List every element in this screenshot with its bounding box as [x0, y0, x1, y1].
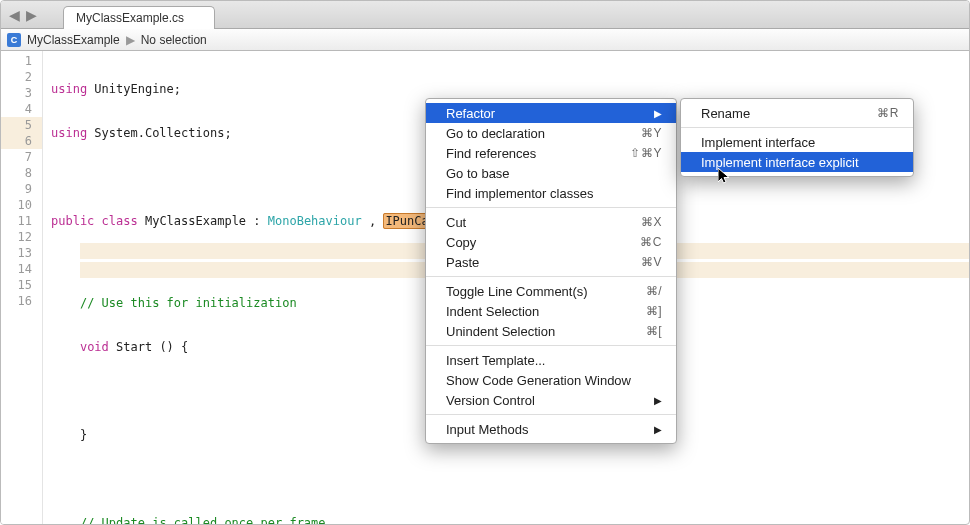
nav-forward-icon[interactable]: ▶: [26, 7, 37, 23]
menu-item-label: Insert Template...: [446, 353, 545, 368]
line-number: 3: [1, 85, 42, 101]
chevron-right-icon: ▶: [126, 33, 135, 47]
menu-item[interactable]: Rename⌘R: [681, 103, 913, 123]
menu-item-label: Go to base: [446, 166, 510, 181]
line-number: 4: [1, 101, 42, 117]
keyword: public: [51, 214, 94, 228]
menu-item-label: Indent Selection: [446, 304, 539, 319]
line-number: 10: [1, 197, 42, 213]
menu-item[interactable]: Go to base: [426, 163, 676, 183]
line-number: 14: [1, 261, 42, 277]
menu-separator: [426, 345, 676, 346]
code-text: Start () {: [109, 340, 188, 354]
menu-item-label: Implement interface: [701, 135, 815, 150]
menu-item[interactable]: Version Control▶: [426, 390, 676, 410]
menu-item[interactable]: Unindent Selection⌘[: [426, 321, 676, 341]
menu-item-label: Refactor: [446, 106, 495, 121]
context-menu[interactable]: Refactor▶Go to declaration⌘YFind referen…: [425, 98, 677, 444]
breadcrumb: C MyClassExample ▶ No selection: [1, 29, 969, 51]
code-text: UnityEngine;: [87, 82, 181, 96]
menu-item[interactable]: Go to declaration⌘Y: [426, 123, 676, 143]
comment: // Use this for initialization: [80, 296, 297, 310]
menu-item[interactable]: Input Methods▶: [426, 419, 676, 439]
submenu-arrow-icon: ▶: [654, 395, 662, 406]
line-number: 11: [1, 213, 42, 229]
line-number: 7: [1, 149, 42, 165]
menu-item[interactable]: Insert Template...: [426, 350, 676, 370]
menu-separator: [426, 207, 676, 208]
menu-item[interactable]: Paste⌘V: [426, 252, 676, 272]
breadcrumb-file[interactable]: MyClassExample: [27, 33, 120, 47]
line-number: 1: [1, 53, 42, 69]
menu-item-label: Implement interface explicit: [701, 155, 859, 170]
menu-item-label: Unindent Selection: [446, 324, 555, 339]
line-gutter: 12345678910111213141516: [1, 51, 43, 524]
code-text: System.Collections;: [87, 126, 232, 140]
menu-item-label: Show Code Generation Window: [446, 373, 631, 388]
breadcrumb-selection[interactable]: No selection: [141, 33, 207, 47]
menu-shortcut: ⌘R: [877, 106, 899, 120]
csharp-file-icon: C: [7, 33, 21, 47]
menu-item-label: Find implementor classes: [446, 186, 593, 201]
menu-shortcut: ⌘V: [641, 255, 662, 269]
tab-bar: ◀ ▶ MyClassExample.cs: [1, 1, 969, 29]
menu-item-label: Cut: [446, 215, 466, 230]
menu-item-label: Paste: [446, 255, 479, 270]
submenu-arrow-icon: ▶: [654, 424, 662, 435]
menu-item[interactable]: Show Code Generation Window: [426, 370, 676, 390]
file-tab[interactable]: MyClassExample.cs: [63, 6, 215, 29]
line-number: 5: [1, 117, 42, 133]
menu-item[interactable]: Refactor▶: [426, 103, 676, 123]
menu-shortcut: ⌘Y: [641, 126, 662, 140]
nav-arrows: ◀ ▶: [1, 1, 63, 28]
menu-shortcut: ⇧⌘Y: [630, 146, 662, 160]
menu-shortcut: ⌘[: [646, 324, 662, 338]
tab-title: MyClassExample.cs: [76, 11, 184, 25]
code-text: ,: [362, 214, 384, 228]
menu-item[interactable]: Implement interface explicit: [681, 152, 913, 172]
code-text: }: [80, 428, 87, 442]
menu-separator: [426, 276, 676, 277]
line-number: 9: [1, 181, 42, 197]
menu-item-label: Go to declaration: [446, 126, 545, 141]
line-number: 12: [1, 229, 42, 245]
menu-item[interactable]: Toggle Line Comment(s)⌘/: [426, 281, 676, 301]
menu-shortcut: ⌘X: [641, 215, 662, 229]
keyword: using: [51, 82, 87, 96]
menu-shortcut: ⌘/: [646, 284, 662, 298]
menu-item-label: Copy: [446, 235, 476, 250]
menu-separator: [426, 414, 676, 415]
menu-item-label: Find references: [446, 146, 536, 161]
menu-item[interactable]: Find implementor classes: [426, 183, 676, 203]
type-name: MonoBehaviour: [268, 214, 362, 228]
menu-item[interactable]: Find references⇧⌘Y: [426, 143, 676, 163]
line-number: 16: [1, 293, 42, 309]
menu-item[interactable]: Indent Selection⌘]: [426, 301, 676, 321]
menu-shortcut: ⌘]: [646, 304, 662, 318]
menu-item[interactable]: Cut⌘X: [426, 212, 676, 232]
keyword: class: [102, 214, 138, 228]
line-number: 2: [1, 69, 42, 85]
menu-item[interactable]: Implement interface: [681, 132, 913, 152]
line-number: 13: [1, 245, 42, 261]
line-number: 6: [1, 133, 42, 149]
refactor-submenu[interactable]: Rename⌘RImplement interfaceImplement int…: [680, 98, 914, 177]
comment: // Update is called once per frame: [80, 516, 326, 525]
menu-item-label: Input Methods: [446, 422, 528, 437]
menu-item-label: Toggle Line Comment(s): [446, 284, 588, 299]
code-text: MyClassExample :: [138, 214, 268, 228]
keyword: using: [51, 126, 87, 140]
menu-item[interactable]: Copy⌘C: [426, 232, 676, 252]
line-number: 15: [1, 277, 42, 293]
menu-item-label: Rename: [701, 106, 750, 121]
menu-item-label: Version Control: [446, 393, 535, 408]
menu-separator: [681, 127, 913, 128]
keyword: void: [80, 340, 109, 354]
submenu-arrow-icon: ▶: [654, 108, 662, 119]
line-number: 8: [1, 165, 42, 181]
nav-back-icon[interactable]: ◀: [9, 7, 20, 23]
menu-shortcut: ⌘C: [640, 235, 662, 249]
